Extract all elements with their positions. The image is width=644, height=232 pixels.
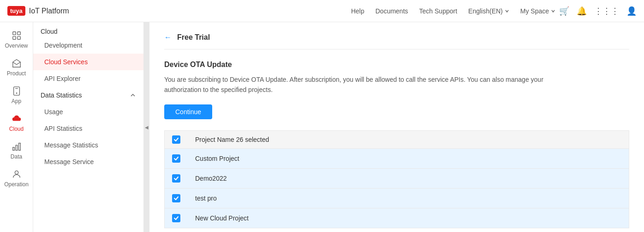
chevron-up-icon	[130, 92, 136, 98]
svg-rect-8	[16, 145, 18, 150]
project-table: Project Name 26 selected Custom Project	[164, 130, 629, 228]
sidebar-group-data-statistics[interactable]: Data Statistics	[33, 87, 143, 104]
sidebar-item-cloud[interactable]: Cloud	[0, 109, 33, 137]
sidebar-item-product[interactable]: Product	[0, 54, 33, 81]
product-icon	[12, 58, 22, 68]
language-selector[interactable]: English(EN)	[468, 7, 509, 15]
project-checkbox-1[interactable]	[172, 174, 180, 183]
svg-rect-1	[17, 32, 20, 35]
logo-group: tuya IoT Platform	[7, 6, 69, 16]
project-checkbox-2[interactable]	[172, 194, 180, 202]
sidebar-item-overview[interactable]: Overview	[0, 26, 33, 54]
svg-rect-2	[12, 37, 15, 39]
tuya-logo: tuya	[7, 6, 25, 16]
checkmark-icon	[173, 137, 179, 142]
main-content: ← Free Trial Device OTA Update You are s…	[149, 22, 644, 232]
user-icon[interactable]: 👤	[626, 6, 637, 16]
checkmark-icon	[173, 195, 179, 201]
sidebar-item-api-statistics[interactable]: API Statistics	[33, 120, 143, 137]
section-title: Device OTA Update	[164, 61, 629, 69]
sidebar-item-data[interactable]: Data	[0, 137, 33, 165]
sidebar-item-development[interactable]: Development	[33, 37, 143, 54]
checkmark-icon	[173, 176, 179, 181]
svg-point-10	[15, 171, 18, 174]
select-all-checkbox[interactable]	[172, 135, 180, 144]
project-name-2: test pro	[188, 188, 629, 208]
project-name-header: Project Name 26 selected	[188, 130, 629, 148]
help-link[interactable]: Help	[351, 7, 364, 15]
sidebar-item-message-service[interactable]: Message Service	[33, 153, 143, 170]
sidebar-item-app[interactable]: App	[0, 81, 33, 109]
project-name-1: Demo2022	[188, 168, 629, 188]
continue-button[interactable]: Continue	[164, 104, 212, 119]
page-header: ← Free Trial	[164, 33, 629, 49]
row-checkbox-cell	[165, 168, 188, 188]
sidebar-item-message-statistics[interactable]: Message Statistics	[33, 137, 143, 153]
page-title: Free Trial	[177, 33, 210, 42]
cloud-icon	[12, 114, 22, 124]
sidebar-item-usage[interactable]: Usage	[33, 104, 143, 120]
row-checkbox-cell	[165, 208, 188, 228]
secondary-sidebar: Cloud Development Cloud Services API Exp…	[33, 22, 144, 232]
chevron-down-icon	[551, 9, 555, 13]
back-button[interactable]: ←	[164, 33, 172, 42]
sidebar-item-cloud-services[interactable]: Cloud Services	[33, 54, 143, 70]
collapse-arrow-icon: ◀	[145, 125, 149, 130]
operation-icon	[12, 169, 22, 179]
project-checkbox-0[interactable]	[172, 154, 180, 163]
table-header-row: Project Name 26 selected	[165, 130, 629, 148]
table-row: Custom Project	[165, 148, 629, 168]
header-checkbox-cell	[165, 130, 188, 148]
cart-icon[interactable]: 🛒	[559, 6, 569, 16]
nav-icons: 🛒 🔔 ⋮⋮⋮ 👤	[559, 6, 637, 16]
notification-icon[interactable]: 🔔	[577, 6, 587, 16]
svg-rect-9	[18, 143, 20, 151]
data-icon	[12, 141, 22, 152]
tech-support-link[interactable]: Tech Support	[419, 7, 458, 15]
my-space-btn[interactable]: My Space	[520, 7, 555, 15]
row-checkbox-cell	[165, 148, 188, 168]
svg-rect-4	[13, 87, 19, 95]
checkmark-icon	[173, 215, 179, 221]
app-icon	[12, 86, 22, 96]
svg-rect-7	[12, 147, 14, 150]
top-nav-links: Help Documents Tech Support English(EN) …	[351, 7, 555, 15]
documents-link[interactable]: Documents	[376, 7, 408, 15]
svg-rect-3	[17, 37, 20, 39]
sidebar-collapse-handle[interactable]: ◀	[144, 22, 149, 232]
top-nav: tuya IoT Platform Help Documents Tech Su…	[0, 0, 644, 22]
main-layout: Overview Product App Cloud Data	[0, 22, 644, 232]
sidebar-section-cloud: Cloud	[33, 22, 143, 37]
checkmark-icon	[173, 156, 179, 161]
table-row: Demo2022	[165, 168, 629, 188]
project-checkbox-3[interactable]	[172, 214, 180, 222]
description-text: You are subscribing to Device OTA Update…	[164, 74, 579, 95]
svg-rect-0	[12, 32, 15, 35]
sidebar-item-api-explorer[interactable]: API Explorer	[33, 70, 143, 87]
table-row: New Cloud Project	[165, 208, 629, 228]
platform-title: IoT Platform	[29, 7, 69, 15]
chevron-down-icon	[505, 9, 509, 13]
row-checkbox-cell	[165, 188, 188, 208]
overview-icon	[12, 31, 22, 41]
table-row: test pro	[165, 188, 629, 208]
project-name-3: New Cloud Project	[188, 208, 629, 228]
sidebar-item-operation[interactable]: Operation	[0, 165, 33, 192]
left-sidebar: Overview Product App Cloud Data	[0, 22, 33, 232]
apps-grid-icon[interactable]: ⋮⋮⋮	[594, 6, 619, 16]
project-name-0: Custom Project	[188, 148, 629, 168]
